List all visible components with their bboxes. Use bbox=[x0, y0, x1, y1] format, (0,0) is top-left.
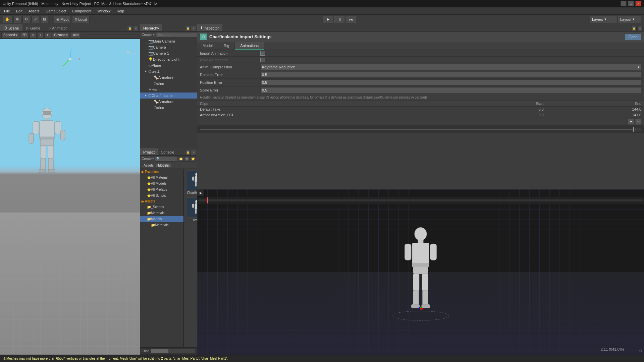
asset-models[interactable]: 📁Models bbox=[140, 216, 183, 222]
menu-assets[interactable]: Assets bbox=[26, 8, 42, 14]
project-menu-button[interactable]: ≡ bbox=[191, 150, 196, 155]
file-item-charfinalanim[interactable]: Charfinalan... bbox=[185, 170, 197, 195]
2d-toggle[interactable]: 2D bbox=[20, 32, 29, 38]
shaded-dropdown[interactable]: Shaded ▾ bbox=[1, 32, 19, 38]
import-animation-checkbox[interactable] bbox=[260, 51, 265, 56]
fav-all-scripts[interactable]: ⭐All Scripts bbox=[140, 192, 183, 198]
project-folder-button[interactable]: 📁 bbox=[178, 156, 183, 162]
preview-settings-button[interactable]: ⚙ bbox=[639, 349, 643, 353]
transform-move-tool[interactable]: ✥ bbox=[13, 16, 21, 23]
scale-error-value[interactable]: 0.5 bbox=[260, 87, 641, 93]
tree-item-char1[interactable]: ⬡ char bbox=[140, 80, 197, 86]
tree-item-armature2[interactable]: 🦴 Armature bbox=[140, 99, 197, 105]
assets-filter-tab[interactable]: Assets bbox=[142, 164, 156, 167]
tab-inspector[interactable]: ℹ Inspector bbox=[197, 24, 222, 31]
tree-item-camera1[interactable]: 📷 Camera 1 bbox=[140, 50, 197, 56]
project-star-button[interactable]: ⭐ bbox=[190, 156, 196, 162]
inspector-menu-button[interactable]: ≡ bbox=[637, 26, 643, 31]
menu-edit[interactable]: Edit bbox=[13, 8, 25, 14]
add-clip-button[interactable]: + bbox=[628, 119, 634, 125]
tab-animator[interactable]: ⊞ Animator bbox=[44, 24, 70, 31]
tree-item-test1[interactable]: ▼⬡ test1 bbox=[140, 68, 197, 74]
menu-window[interactable]: Window bbox=[95, 8, 113, 14]
tab-project[interactable]: Project bbox=[140, 148, 158, 155]
scene-viewport[interactable]: Y X Z Persp bbox=[0, 39, 140, 355]
menu-component[interactable]: Component bbox=[69, 8, 94, 14]
window-controls[interactable]: ─ □ ✕ bbox=[621, 1, 641, 6]
play-button[interactable]: ▶ bbox=[323, 16, 333, 23]
maximize-button[interactable]: □ bbox=[628, 1, 634, 6]
local-toggle[interactable]: ⊕ Local bbox=[72, 16, 89, 23]
inspector-lock-button[interactable]: 🔒 bbox=[631, 26, 637, 31]
tree-item-hemi[interactable]: ☀ Hemi bbox=[140, 86, 197, 93]
hierarchy-create-button[interactable]: Create bbox=[142, 33, 152, 37]
layout-dropdown[interactable]: Layout ▾ bbox=[618, 16, 641, 23]
menu-file[interactable]: File bbox=[1, 8, 13, 14]
project-create-button[interactable]: Create bbox=[142, 157, 152, 161]
subtab-rig[interactable]: Rig bbox=[218, 42, 235, 50]
middle-panel: Hierarchy 🔒 ≡ Create ▾ All 📷 Main Camera… bbox=[140, 24, 197, 355]
remove-clip-button[interactable]: − bbox=[635, 119, 641, 125]
preview-play-button[interactable]: ▶ bbox=[197, 189, 205, 197]
transform-hand-tool[interactable]: ✋ bbox=[3, 16, 12, 23]
tree-item-char2[interactable]: ⬡ char bbox=[140, 105, 197, 111]
menu-gameobject[interactable]: GameObject bbox=[43, 8, 69, 14]
tree-item-camera[interactable]: 📷 Camera bbox=[140, 44, 197, 50]
preview-viewport[interactable]: ▶ bbox=[197, 189, 644, 355]
all-dropdown[interactable]: All ▾ bbox=[71, 32, 81, 38]
fav-all-material[interactable]: ⭐All Material bbox=[140, 174, 183, 180]
tree-item-charfinalanim[interactable]: ▼⬡ Charfinalanim bbox=[140, 93, 197, 99]
minimize-button[interactable]: ─ bbox=[621, 1, 627, 6]
bake-animations-checkbox[interactable] bbox=[260, 58, 265, 62]
fx-toggle[interactable]: ✦ bbox=[44, 32, 51, 38]
transform-scale-tool[interactable]: ⤢ bbox=[32, 16, 39, 23]
audio-toggle[interactable]: ♪ bbox=[38, 32, 43, 38]
tree-item-plane[interactable]: ▭ Plane bbox=[140, 62, 197, 68]
fav-all-models[interactable]: ⭐All Models bbox=[140, 180, 183, 186]
viewport-menu-button[interactable]: ≡ bbox=[133, 26, 139, 31]
asset-materials2[interactable]: 📁Materials bbox=[140, 222, 183, 228]
anim-scrubber-track[interactable] bbox=[199, 199, 643, 201]
tab-hierarchy[interactable]: Hierarchy bbox=[140, 24, 162, 31]
transform-rotate-tool[interactable]: ↻ bbox=[22, 16, 30, 23]
position-error-value[interactable]: 0.5 bbox=[260, 79, 641, 85]
anim-compression-dropdown[interactable]: Keyframe Reduction ▾ bbox=[260, 64, 641, 70]
subtab-model[interactable]: Model bbox=[197, 42, 218, 50]
asset-materials[interactable]: 📁Materials bbox=[140, 210, 183, 216]
subtab-animations[interactable]: Animations bbox=[235, 42, 264, 50]
inspector-timeline-track[interactable] bbox=[200, 129, 634, 130]
close-button[interactable]: ✕ bbox=[635, 1, 641, 6]
inspector-content: ⬡ Charfinalanim Import Settings Open Mod… bbox=[197, 32, 644, 189]
gizmos-dropdown[interactable]: Gizmos ▾ bbox=[52, 32, 70, 38]
menu-help[interactable]: Help bbox=[114, 8, 127, 14]
transform-rect-tool[interactable]: ⊡ bbox=[41, 16, 48, 23]
tree-item-directional-light[interactable]: 💡 Directional Light bbox=[140, 56, 197, 62]
tree-item-armature1[interactable]: 🦴 Armature bbox=[140, 74, 197, 80]
asset-scenes[interactable]: 📁_Scenes bbox=[140, 204, 183, 210]
project-eye-button[interactable]: 👁 bbox=[184, 156, 190, 162]
open-button[interactable]: Open bbox=[625, 34, 641, 40]
camera-icon: 📷 bbox=[148, 45, 153, 50]
models-filter-tab[interactable]: Models bbox=[156, 164, 171, 167]
tab-scene[interactable]: ⬡ Scene bbox=[0, 24, 22, 31]
hierarchy-lock-button[interactable]: 🔒 bbox=[185, 26, 191, 31]
project-content-area: ▶ Favorites ⭐All Material ⭐All Models ⭐A… bbox=[140, 169, 197, 347]
clip-row-armature[interactable]: ArmatureAction_001 0.0 141.0 bbox=[197, 112, 644, 118]
tab-game[interactable]: ▷ Game bbox=[22, 24, 44, 31]
file-item-test1[interactable]: test1 bbox=[185, 197, 197, 222]
hierarchy-menu-button[interactable]: ≡ bbox=[191, 26, 196, 31]
clip-row-default[interactable]: Default Take 0.0 144.0 bbox=[197, 107, 644, 112]
pivot-toggle[interactable]: ◎ Pivot bbox=[54, 16, 71, 23]
tree-item-main-camera[interactable]: 📷 Main Camera bbox=[140, 38, 197, 44]
pause-button[interactable]: ⏸ bbox=[334, 16, 344, 23]
fav-all-prefabs[interactable]: ⭐All Prefabs bbox=[140, 186, 183, 192]
project-lock-button[interactable]: 🔒 bbox=[185, 150, 191, 155]
viewport-lock-button[interactable]: 🔒 bbox=[127, 26, 132, 31]
tab-console[interactable]: Console bbox=[158, 148, 177, 155]
channel-slider[interactable] bbox=[150, 349, 196, 354]
step-button[interactable]: ⏭ bbox=[346, 16, 356, 23]
rotation-error-value[interactable]: 0.5 bbox=[260, 72, 641, 78]
lighting-toggle[interactable]: ☀ bbox=[30, 32, 37, 38]
hierarchy-search-input[interactable] bbox=[156, 32, 202, 38]
layers-dropdown[interactable]: Layers ▾ bbox=[590, 16, 616, 23]
